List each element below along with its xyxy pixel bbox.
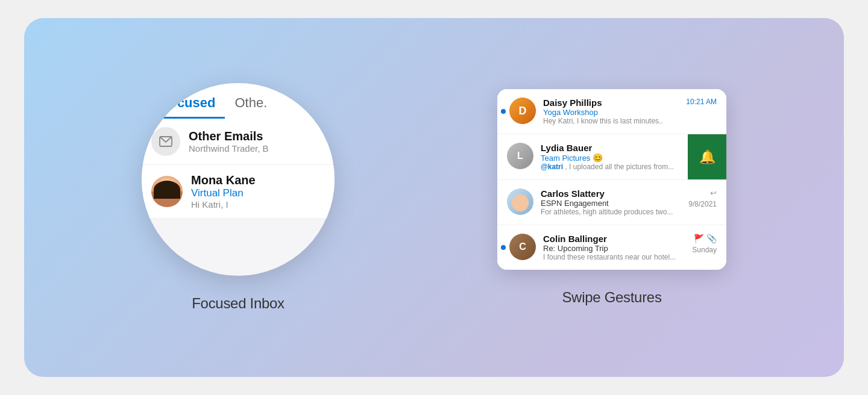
daisy-subject: Yoga Workshop <box>543 108 679 117</box>
colin-sender: Colin Ballinger <box>543 234 685 244</box>
email-card: D Daisy Phillips Yoga Workshop Hey Katri… <box>497 89 726 270</box>
card-item-carlos[interactable]: Carlos Slattery ESPN Engagement For athl… <box>497 180 726 225</box>
colin-preview: I found these restaurants near our hotel… <box>543 253 685 261</box>
unread-dot-daisy <box>501 109 506 114</box>
mona-avatar <box>151 176 183 207</box>
inbox-circle: Focused Othe. Other Emails Northwind Tra… <box>142 83 335 276</box>
lydia-avatar: L <box>507 143 533 169</box>
other-emails-preview: Northwind Trader, B <box>189 143 325 154</box>
other-emails-icon <box>151 127 180 156</box>
daisy-time: 10:21 AM <box>686 98 717 106</box>
clip-icon-colin: 📎 <box>706 234 717 243</box>
reply-icon: ↩ <box>710 188 717 198</box>
tab-other[interactable]: Othe. <box>225 90 277 119</box>
colin-icons: 🚩 📎 <box>694 234 717 243</box>
carlos-subject: ESPN Engagement <box>541 199 681 208</box>
left-panel-label: Focused Inbox <box>192 295 285 312</box>
card-item-daisy[interactable]: D Daisy Phillips Yoga Workshop Hey Katri… <box>497 89 726 134</box>
other-emails-sender: Other Emails <box>189 129 325 143</box>
other-emails-content: Other Emails Northwind Trader, B <box>189 129 325 154</box>
mona-sender: Mona Kane <box>191 173 325 187</box>
inbox-tabs: Focused Othe. <box>142 83 335 119</box>
carlos-sender: Carlos Slattery <box>541 188 681 199</box>
card-item-lydia[interactable]: L Lydia Bauer Team Pictures 😊 @katri , I… <box>497 134 726 180</box>
mona-content: Mona Kane Virtual Plan Hi Katri, I <box>191 173 325 210</box>
mona-preview: Hi Katri, I <box>191 199 325 210</box>
card-item-colin[interactable]: C Colin Ballinger Re: Upcoming Trip I fo… <box>497 225 726 270</box>
swipe-action-button[interactable]: 🔔 <box>688 134 726 179</box>
daisy-preview: Hey Katri, I know this is last minutes.. <box>543 117 679 125</box>
daisy-sender: Daisy Phillips <box>543 98 679 108</box>
colin-subject: Re: Upcoming Trip <box>543 244 685 253</box>
lydia-preview: @katri , I uploaded all the pictures fro… <box>541 163 683 171</box>
colin-time: Sunday <box>692 246 717 254</box>
right-panel-label: Swipe Gestures <box>562 289 661 306</box>
tab-focused[interactable]: Focused <box>151 90 225 119</box>
bell-snooze-icon: 🔔 <box>699 149 715 165</box>
daisy-content: Daisy Phillips Yoga Workshop Hey Katri, … <box>543 98 679 125</box>
flag-icon: 🚩 <box>694 234 704 243</box>
carlos-preview: For athletes, high altitude produces two… <box>541 208 681 216</box>
carlos-time: 9/8/2021 <box>688 200 717 208</box>
colin-meta: 🚩 📎 Sunday <box>692 234 717 254</box>
lydia-mention: @katri <box>541 163 563 171</box>
main-card: Focused Othe. Other Emails Northwind Tra… <box>24 18 844 377</box>
colin-avatar: C <box>509 234 536 260</box>
lydia-sender: Lydia Bauer <box>541 143 683 153</box>
mona-subject: Virtual Plan <box>191 187 325 199</box>
focused-inbox-panel: Focused Othe. Other Emails Northwind Tra… <box>142 83 335 312</box>
lydia-subject: Team Pictures <box>541 154 590 163</box>
daisy-avatar: D <box>509 98 536 124</box>
daisy-meta: 10:21 AM <box>686 98 717 106</box>
lydia-preview-text: , I uploaded all the pictures from... <box>565 163 674 171</box>
lydia-content: Lydia Bauer Team Pictures 😊 @katri , I u… <box>541 143 683 171</box>
email-item-other[interactable]: Other Emails Northwind Trader, B <box>142 119 335 165</box>
unread-dot-colin <box>501 245 506 250</box>
carlos-content: Carlos Slattery ESPN Engagement For athl… <box>541 188 681 216</box>
carlos-meta: ↩ 9/8/2021 <box>688 188 717 208</box>
colin-content: Colin Ballinger Re: Upcoming Trip I foun… <box>543 234 685 261</box>
carlos-avatar <box>507 188 533 215</box>
email-item-mona[interactable]: Mona Kane Virtual Plan Hi Katri, I <box>142 165 335 219</box>
lydia-emoji: 😊 <box>593 153 603 163</box>
swipe-gestures-panel: D Daisy Phillips Yoga Workshop Hey Katri… <box>497 89 726 306</box>
